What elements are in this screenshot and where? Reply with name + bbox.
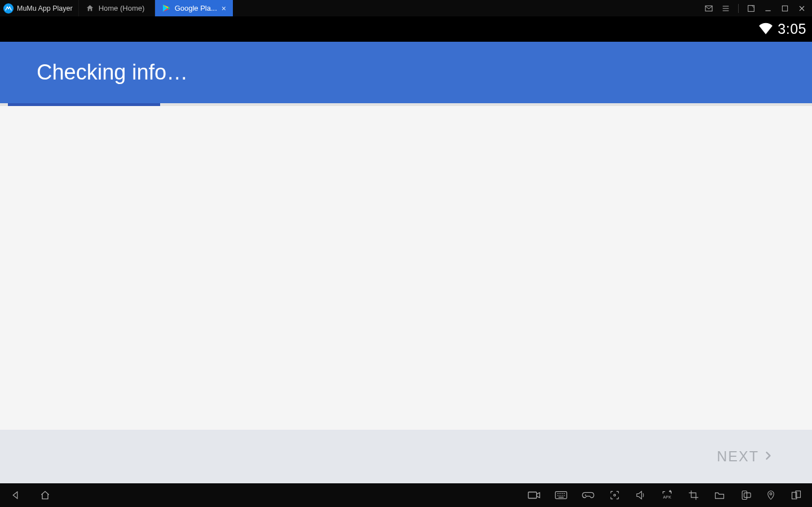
page-header: Checking info… [0, 42, 812, 103]
nav-home-icon[interactable] [39, 490, 51, 501]
location-icon[interactable] [766, 490, 776, 501]
volume-icon[interactable] [635, 490, 646, 501]
separator [738, 4, 739, 13]
emulator-bottom-bar: APK [0, 483, 812, 507]
svg-text:APK: APK [663, 495, 672, 500]
svg-point-9 [770, 493, 772, 495]
fullscreen-icon[interactable] [747, 4, 756, 13]
window-controls [699, 0, 812, 16]
tab-google-play[interactable]: Google Pla... × [155, 0, 233, 16]
progress-bar [8, 103, 160, 106]
svg-rect-4 [555, 492, 567, 499]
maximize-icon[interactable] [780, 4, 789, 13]
svg-rect-2 [782, 6, 787, 11]
tab-home-label: Home (Home) [99, 4, 145, 12]
app-content: Checking info… NEXT [0, 42, 812, 483]
svg-rect-7 [742, 491, 747, 500]
window-close-icon[interactable] [797, 4, 806, 13]
svg-rect-8 [744, 493, 751, 497]
close-icon[interactable]: × [222, 5, 226, 12]
brand-name: MuMu App Player [17, 5, 73, 12]
tab-home[interactable]: Home (Home) [78, 0, 155, 16]
progress-track [0, 103, 812, 106]
screenshot-icon[interactable] [609, 490, 620, 501]
record-icon[interactable] [528, 490, 540, 500]
chevron-right-icon [762, 448, 774, 465]
folder-icon[interactable] [714, 490, 725, 500]
svg-rect-1 [748, 5, 754, 11]
page-footer: NEXT [0, 430, 812, 483]
brand: MuMu App Player [0, 0, 78, 16]
window-titlebar: MuMu App Player Home (Home) Google Pla..… [0, 0, 812, 16]
gamepad-icon[interactable] [582, 490, 594, 500]
apk-install-icon[interactable]: APK [661, 490, 673, 501]
back-icon[interactable] [10, 490, 20, 500]
page-title: Checking info… [37, 60, 188, 85]
next-button-label: NEXT [717, 448, 759, 465]
menu-icon[interactable] [721, 4, 730, 13]
keyboard-icon[interactable] [555, 490, 567, 500]
brand-logo-icon [3, 3, 14, 14]
svg-rect-3 [528, 492, 537, 499]
minimize-icon[interactable] [764, 4, 773, 13]
wifi-icon [758, 22, 773, 37]
tab-play-label: Google Pla... [175, 4, 217, 12]
status-clock: 3:05 [778, 21, 806, 37]
google-play-icon [162, 4, 170, 12]
android-status-bar: 3:05 [0, 16, 812, 42]
home-icon [86, 4, 94, 12]
page-body [0, 106, 812, 430]
multi-window-icon[interactable] [791, 490, 802, 501]
rotate-icon[interactable] [740, 490, 751, 501]
svg-point-5 [614, 494, 615, 496]
crop-icon[interactable] [688, 490, 699, 501]
next-button[interactable]: NEXT [717, 448, 774, 465]
mail-icon[interactable] [704, 4, 713, 13]
svg-rect-0 [705, 6, 712, 11]
